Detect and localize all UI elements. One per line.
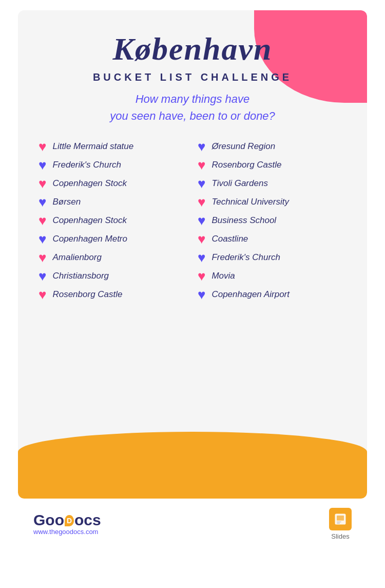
list-item: ♥Copenhagen Stock <box>38 177 187 190</box>
svg-rect-2 <box>337 521 341 522</box>
heart-icon: ♥ <box>198 251 205 264</box>
heart-icon: ♥ <box>38 214 46 227</box>
list-item: ♥Børsen <box>38 195 187 209</box>
bucket-list-grid: ♥Little Mermaid statue♥Øresund Region♥Fr… <box>38 140 346 301</box>
list-item: ♥Rosenborg Castle <box>38 288 187 301</box>
slides-badge-section: Slides <box>329 508 352 540</box>
heart-icon: ♥ <box>38 158 46 172</box>
item-label: Rosenborg Castle <box>211 160 281 170</box>
item-label: Rosenborg Castle <box>52 289 122 300</box>
item-label: Business School <box>211 215 276 226</box>
footer-brand-section: GooDocs www.thegoodocs.com <box>33 512 101 536</box>
heart-icon: ♥ <box>38 288 46 301</box>
item-label: Copenhagen Airport <box>211 289 290 300</box>
item-label: Technical University <box>211 197 289 207</box>
main-card: København BUCKET LIST CHALLENGE How many… <box>18 10 367 499</box>
list-item: ♥Copenhagen Stock <box>38 214 187 227</box>
item-label: Øresund Region <box>211 141 275 152</box>
list-item: ♥Amalienborg <box>38 251 187 264</box>
heart-icon: ♥ <box>198 158 205 172</box>
list-item: ♥Øresund Region <box>198 140 346 153</box>
slides-badge-icon <box>329 508 352 530</box>
list-item: ♥Business School <box>198 214 346 227</box>
heart-icon: ♥ <box>198 269 205 283</box>
item-label: Copenhagen Stock <box>52 215 127 226</box>
list-item: ♥Movia <box>198 269 346 283</box>
list-item: ♥Copenhagen Airport <box>198 288 346 301</box>
footer: GooDocs www.thegoodocs.com Slides <box>18 499 367 549</box>
heart-icon: ♥ <box>38 140 46 153</box>
item-label: Børsen <box>52 197 81 207</box>
item-label: Little Mermaid statue <box>52 141 133 152</box>
heart-icon: ♥ <box>38 251 46 264</box>
item-label: Tivoli Gardens <box>211 178 267 189</box>
item-label: Amalienborg <box>52 252 101 263</box>
list-item: ♥Copenhagen Metro <box>38 232 187 246</box>
yellow-blob-decoration <box>18 432 367 499</box>
question-line1: How many things have <box>136 93 250 105</box>
heart-icon: ♥ <box>198 232 205 246</box>
card-content: København BUCKET LIST CHALLENGE How many… <box>18 10 367 311</box>
page-wrapper: København BUCKET LIST CHALLENGE How many… <box>0 0 385 588</box>
heart-icon: ♥ <box>38 195 46 209</box>
question-text: How many things have you seen have, been… <box>38 90 346 124</box>
heart-icon: ♥ <box>38 232 46 246</box>
item-label: Frederik's Church <box>52 160 121 170</box>
list-item: ♥Christiansborg <box>38 269 187 283</box>
brand-dot: D <box>65 515 74 526</box>
list-item: ♥Frederik's Church <box>198 251 346 264</box>
heart-icon: ♥ <box>198 214 205 227</box>
heart-icon: ♥ <box>198 177 205 190</box>
svg-rect-1 <box>337 516 344 521</box>
item-label: Copenhagen Metro <box>52 234 127 244</box>
heart-icon: ♥ <box>198 195 205 209</box>
svg-rect-3 <box>337 523 340 524</box>
list-item: ♥Frederik's Church <box>38 158 187 172</box>
subtitle: BUCKET LIST CHALLENGE <box>38 71 346 83</box>
list-item: ♥Coastline <box>198 232 346 246</box>
slides-label: Slides <box>331 532 349 540</box>
list-item: ♥Tivoli Gardens <box>198 177 346 190</box>
item-label: Frederik's Church <box>211 252 280 263</box>
item-label: Movia <box>211 271 235 281</box>
list-item: ♥Rosenborg Castle <box>198 158 346 172</box>
slides-svg-icon <box>333 512 348 526</box>
brand-goo: Goo <box>33 511 64 528</box>
brand-url: www.thegoodocs.com <box>33 528 101 536</box>
question-line2: you seen have, been to or done? <box>110 109 275 122</box>
item-label: Copenhagen Stock <box>52 178 127 189</box>
item-label: Coastline <box>211 234 248 244</box>
item-label: Christiansborg <box>52 271 109 281</box>
page-title: København <box>38 31 346 67</box>
brand-docs: ocs <box>74 511 101 528</box>
heart-icon: ♥ <box>198 288 205 301</box>
heart-icon: ♥ <box>38 177 46 190</box>
heart-icon: ♥ <box>198 140 205 153</box>
heart-icon: ♥ <box>38 269 46 283</box>
list-item: ♥Little Mermaid statue <box>38 140 187 153</box>
list-item: ♥Technical University <box>198 195 346 209</box>
brand-logo: GooDocs <box>33 512 101 528</box>
